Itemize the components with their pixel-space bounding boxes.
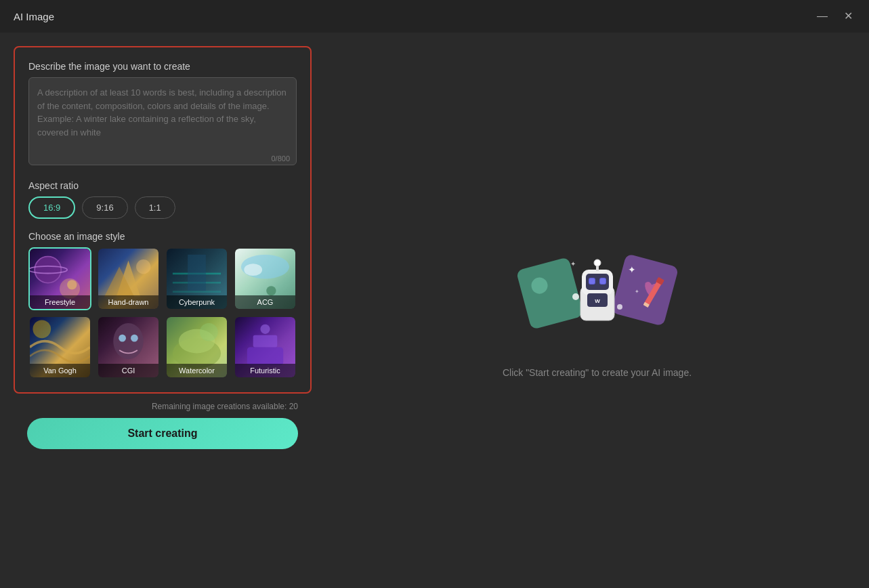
svg-rect-24 — [516, 257, 584, 330]
svg-point-23 — [260, 324, 270, 334]
svg-point-47 — [617, 304, 622, 310]
svg-rect-22 — [253, 335, 278, 348]
aspect-btn-1-1[interactable]: 1:1 — [135, 196, 175, 219]
svg-rect-21 — [247, 348, 283, 366]
style-item-handdrawn[interactable]: Hand-drawn — [97, 247, 160, 310]
style-name-watercolor: Watercolor — [167, 364, 227, 377]
style-item-vangogh[interactable]: Van Gogh — [28, 316, 91, 379]
svg-point-16 — [119, 335, 126, 342]
svg-text:W: W — [595, 298, 600, 304]
svg-rect-26 — [610, 253, 678, 327]
aspect-ratio-section: Aspect ratio 16:9 9:16 1:1 — [28, 180, 297, 219]
style-item-cyberpunk[interactable]: Cyberpunk — [165, 247, 228, 310]
window-controls: — ✕ — [814, 8, 855, 24]
char-count: 0/800 — [271, 154, 290, 163]
style-item-cgi[interactable]: CGI — [97, 316, 160, 379]
remaining-text: Remaining image creations available: 20 — [27, 402, 298, 411]
aspect-ratio-label: Aspect ratio — [28, 180, 297, 191]
svg-rect-35 — [600, 278, 606, 284]
window-title: AI Image — [14, 11, 54, 22]
robot-illustration: W ✦ ✦ ✦ — [516, 243, 679, 351]
style-name-cgi: CGI — [98, 364, 158, 377]
aspect-btn-9-16[interactable]: 9:16 — [82, 196, 127, 219]
start-creating-button[interactable]: Start creating — [27, 418, 298, 449]
aspect-ratio-buttons: 16:9 9:16 1:1 — [28, 196, 297, 219]
style-section-label: Choose an image style — [28, 231, 297, 242]
svg-point-3 — [67, 280, 77, 289]
description-section: Describe the image you want to create 0/… — [28, 61, 297, 168]
svg-point-13 — [266, 286, 276, 295]
style-name-acg: ACG — [235, 295, 295, 309]
style-section: Choose an image style — [28, 231, 297, 379]
svg-rect-10 — [188, 255, 206, 291]
style-name-handdrawn: Hand-drawn — [98, 295, 158, 309]
svg-text:✦: ✦ — [628, 264, 636, 275]
svg-point-6 — [136, 259, 150, 274]
minimize-button[interactable]: — — [814, 8, 830, 24]
style-item-watercolor[interactable]: Watercolor — [165, 316, 228, 379]
description-textarea[interactable] — [28, 77, 297, 165]
description-label: Describe the image you want to create — [28, 61, 297, 72]
svg-rect-34 — [589, 278, 595, 284]
content-area: Describe the image you want to create 0/… — [0, 33, 869, 588]
style-item-futuristic[interactable]: Futuristic — [234, 316, 297, 379]
aspect-btn-16-9[interactable]: 16:9 — [28, 196, 75, 219]
right-panel: W ✦ ✦ ✦ Click "Start creating" to create… — [325, 33, 869, 588]
svg-text:✦: ✦ — [570, 260, 576, 268]
style-name-futuristic: Futuristic — [235, 364, 295, 377]
hint-text: Click "Start creating" to create your AI… — [503, 367, 692, 378]
left-panel-inner: Describe the image you want to create 0/… — [14, 46, 312, 394]
textarea-wrapper: 0/800 — [28, 77, 297, 168]
style-name-vangogh: Van Gogh — [30, 364, 90, 377]
svg-point-20 — [200, 323, 218, 341]
bottom-area: Remaining image creations available: 20 … — [14, 394, 312, 463]
style-name-cyberpunk: Cyberpunk — [167, 295, 227, 309]
close-button[interactable]: ✕ — [841, 8, 855, 24]
svg-point-17 — [131, 335, 138, 342]
titlebar: AI Image — ✕ — [0, 0, 869, 33]
app-window: AI Image — ✕ Describe the image you want… — [0, 0, 869, 588]
svg-point-46 — [572, 293, 579, 300]
styles-grid: Freestyle Hand-drawn — [28, 247, 297, 379]
svg-point-37 — [594, 259, 601, 266]
svg-rect-9 — [173, 291, 221, 293]
style-item-freestyle[interactable]: Freestyle — [28, 247, 91, 310]
svg-text:✦: ✦ — [635, 289, 639, 295]
svg-point-14 — [33, 320, 51, 338]
style-name-freestyle: Freestyle — [30, 295, 90, 309]
left-panel: Describe the image you want to create 0/… — [0, 33, 325, 588]
style-item-acg[interactable]: ACG — [234, 247, 297, 310]
svg-point-12 — [244, 264, 262, 276]
